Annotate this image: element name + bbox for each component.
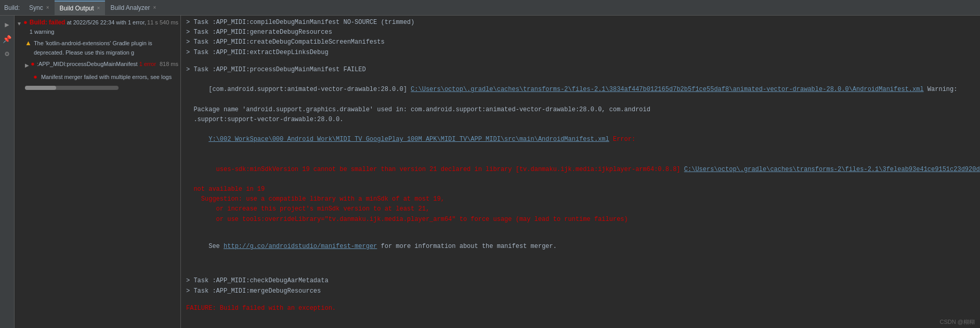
tab-bar-label: Build: [4, 4, 20, 11]
manifest-merge-text: Manifest merger failed with multiple err… [40, 72, 172, 82]
output-line-1: > Task :APP_MIDI:compileDebugMainManifes… [186, 18, 975, 28]
output-line-7: Package name 'android.support.graphics.d… [186, 105, 975, 115]
output-line-10: uses-sdk:minSdkVersion 19 cannot be smal… [186, 154, 975, 185]
process-manifest-time: 818 ms [160, 59, 178, 69]
process-manifest-arrow: ▶ [25, 61, 29, 70]
output-link-6[interactable]: C:\Users\octop\.gradle\caches\transforms… [411, 86, 924, 93]
tree-item-kotlin-warning[interactable]: ▲ The 'kotlin-android-extensions' Gradle… [15, 37, 180, 58]
root-arrow: ▼ [17, 19, 22, 29]
output-line-3: > Task :APP_MIDI:createDebugCompatibleSc… [186, 37, 975, 47]
output-span-9b: Error: [609, 136, 635, 143]
output-blank-5 [186, 296, 975, 304]
output-blank-1 [186, 58, 975, 65]
output-line-12: Suggestion: use a compatible library wit… [186, 194, 975, 204]
output-blank-2 [186, 225, 975, 232]
output-line-6: [com.android.support:animated-vector-dra… [186, 75, 975, 105]
output-line-15: See http://g.co/androidstudio/manifest-m… [186, 232, 975, 262]
output-line-17: > Task :APP_MIDI:mergeDebugResources [186, 286, 975, 296]
scrollbar-hint [15, 85, 180, 91]
process-manifest-error-icon: ● [31, 59, 35, 69]
tab-sync-close[interactable]: × [46, 5, 49, 10]
output-blank-4 [186, 269, 975, 276]
watermark: CSDN @糊糊 [940, 318, 975, 326]
main-layout: ▶ 📌 ⚙ ▼ ● Build: failed at 2022/5/26 22:… [0, 16, 980, 328]
pin-icon[interactable]: 📌 [2, 33, 13, 45]
root-error-icon: ● [23, 18, 28, 27]
tree-item-root[interactable]: ▼ ● Build: failed at 2022/5/26 22:34 wit… [15, 17, 180, 37]
manifest-merge-error-icon: ● [33, 72, 37, 82]
root-text: Build: failed at 2022/5/26 22:34 with 1 … [30, 18, 147, 36]
output-link-15[interactable]: http://g.co/androidstudio/manifest-merge… [224, 243, 377, 250]
root-time: 11 s 540 ms [147, 18, 178, 27]
output-link-9[interactable]: Y:\002 WorkSpace\000 Android Work\MIDI T… [208, 136, 609, 143]
output-line-4: > Task :APP_MIDI:extractDeepLinksDebug [186, 48, 975, 58]
output-link-10[interactable]: C:\Users\octop\.gradle\caches\transforms… [684, 166, 980, 173]
output-span-6a: [com.android.support:animated-vector-dra… [208, 86, 411, 93]
output-line-11: not available in 19 [186, 185, 975, 194]
tab-sync-label: Sync [29, 4, 43, 11]
h-scrollbar-track[interactable] [25, 86, 119, 90]
kotlin-warning-icon: ▲ [25, 38, 32, 48]
tree-item-manifest-merge[interactable]: ● Manifest merger failed with multiple e… [15, 71, 180, 83]
output-line-2: > Task :APP_MIDI:generateDebugResources [186, 28, 975, 37]
tab-build-analyzer-label: Build Analyzer [110, 4, 150, 11]
output-line-16: > Task :APP_MIDI:checkDebugAarMetadata [186, 276, 975, 286]
root-label-bold: Build: failed [30, 19, 66, 26]
tab-build-output[interactable]: Build Output × [55, 1, 106, 15]
output-line-13: or increase this project's minSdk versio… [186, 204, 975, 214]
output-blank-3 [186, 261, 975, 269]
tree-item-process-manifest[interactable]: ▶ ● :APP_MIDI:processDebugMainManifest 1… [15, 58, 180, 71]
process-manifest-suffix: 1 error [138, 59, 156, 69]
kotlin-warning-text: The 'kotlin-android-extensions' Gradle p… [34, 38, 178, 57]
tab-sync[interactable]: Sync × [24, 1, 55, 15]
output-span-10a: uses-sdk:minSdkVersion 19 cannot be smal… [208, 166, 684, 173]
build-tree-panel: ▼ ● Build: failed at 2022/5/26 22:34 wit… [15, 16, 181, 328]
process-manifest-text: :APP_MIDI:processDebugMainManifest [37, 59, 138, 69]
build-output-panel[interactable]: > Task :APP_MIDI:compileDebugMainManifes… [181, 16, 980, 328]
output-line-5: > Task :APP_MIDI:processDebugMainManifes… [186, 65, 975, 75]
tab-build-analyzer[interactable]: Build Analyzer × [105, 1, 161, 15]
h-scrollbar-thumb[interactable] [25, 86, 56, 90]
output-line-18: FAILURE: Build failed with an exception. [186, 304, 975, 313]
tab-build-output-label: Build Output [60, 5, 94, 12]
run-icon[interactable]: ▶ [2, 19, 13, 30]
tab-build-output-close[interactable]: × [97, 5, 100, 11]
output-span-15a: See [208, 243, 224, 250]
output-line-14: or use tools:overrideLibrary="tv.danmaku… [186, 215, 975, 225]
output-span-15b: for more information about the manifest … [377, 243, 557, 250]
output-line-8: .support:support-vector-drawable:28.0.0. [186, 115, 975, 125]
output-span-6b: Warning: [924, 86, 958, 93]
output-line-9: Y:\002 WorkSpace\000 Android Work\MIDI T… [186, 125, 975, 155]
tab-bar: Build: Sync × Build Output × Build Analy… [0, 0, 980, 16]
tab-build-analyzer-close[interactable]: × [153, 5, 156, 10]
settings-icon[interactable]: ⚙ [2, 48, 13, 59]
sidebar-icons: ▶ 📌 ⚙ [0, 16, 15, 328]
